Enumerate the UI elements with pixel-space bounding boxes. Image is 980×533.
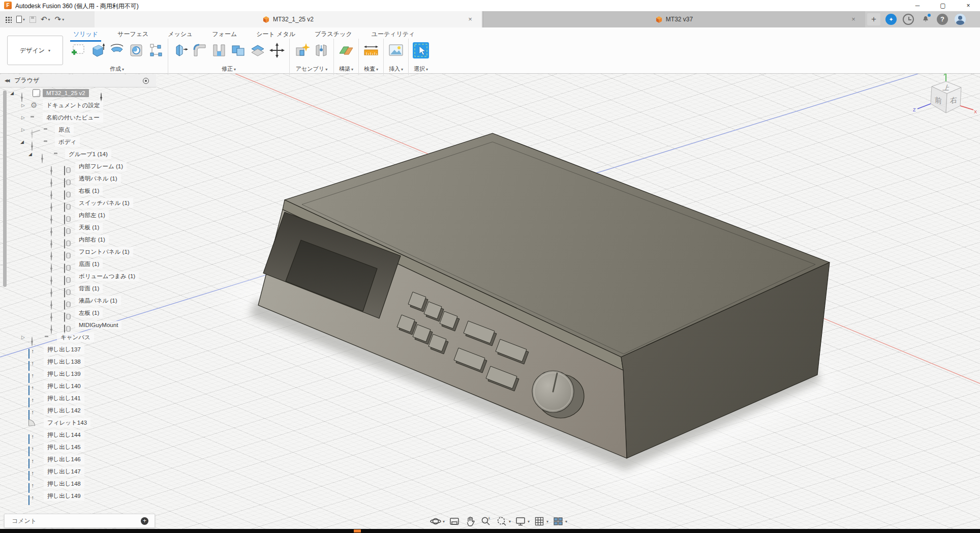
notifications-icon[interactable] (920, 14, 931, 25)
collapse-panel-icon[interactable]: ◀◀ (5, 78, 9, 83)
fillet-icon[interactable] (28, 420, 35, 426)
group-construct-label[interactable]: 構築 (339, 65, 353, 73)
tree-item-label[interactable]: グループ1 (14) (65, 150, 111, 159)
tree-item-label[interactable]: 底面 (1) (75, 259, 103, 269)
tree-item-label[interactable]: 押し出し147 (44, 467, 84, 477)
tree-item-label[interactable]: 押し出し140 (44, 381, 84, 391)
tree-row[interactable]: 押し出し142 (0, 404, 156, 417)
tree-row[interactable]: 押し出し141 (0, 392, 156, 404)
zoom-button[interactable]: ± (480, 515, 492, 527)
group-inspect-label[interactable]: 検査 (364, 65, 378, 73)
expand-closed-icon[interactable] (21, 335, 25, 340)
tree-item-label[interactable]: 押し出し141 (44, 394, 84, 403)
group-insert-label[interactable]: 挿入 (389, 65, 403, 73)
extensions-icon[interactable]: ✦ (885, 14, 897, 25)
tree-item-label[interactable]: 内部フレーム (1) (75, 162, 127, 171)
expand-closed-icon[interactable] (21, 115, 25, 120)
tree-item-label[interactable]: MIDIGuyMount (75, 321, 121, 329)
tree-row[interactable]: キャンバス (0, 331, 156, 343)
tree-row[interactable]: 押し出し149 (0, 490, 156, 502)
tree-row[interactable]: スイッチパネル (1) (0, 197, 156, 209)
help-icon[interactable]: ? (937, 14, 948, 25)
tree-item-label[interactable]: 液晶パネル (1) (75, 296, 121, 306)
group-create-label[interactable]: 作成 (110, 65, 124, 73)
file-menu-icon[interactable]: ▾ (16, 16, 25, 23)
group-modify-label[interactable]: 修正 (222, 65, 236, 73)
tree-item-label[interactable]: 押し出し139 (44, 369, 84, 379)
tree-row[interactable]: 左板 (1) (0, 307, 156, 319)
tree-item-label[interactable]: 名前の付いたビュー (43, 113, 103, 123)
tree-row[interactable]: 押し出し147 (0, 465, 156, 478)
tree-row[interactable]: ボディ (0, 136, 156, 148)
tree-row[interactable]: 内部フレーム (1) (0, 160, 156, 172)
tree-row[interactable]: 押し出し140 (0, 380, 156, 392)
tree-item-label[interactable]: 内部右 (1) (75, 235, 109, 245)
measure-icon[interactable] (363, 42, 379, 58)
expand-open-icon[interactable] (20, 140, 24, 144)
tree-item-label[interactable]: 天板 (1) (75, 223, 103, 232)
offset-face-icon[interactable] (250, 42, 266, 58)
tree-item-label[interactable]: 押し出し144 (44, 430, 84, 440)
tree-item-label[interactable]: 押し出し146 (44, 455, 84, 464)
new-tab-button[interactable]: + (867, 13, 880, 25)
tree-row[interactable]: 押し出し139 (0, 368, 156, 380)
tree-item-label[interactable]: フィレット143 (44, 418, 90, 428)
tree-item-label[interactable]: フロントパネル (1) (75, 247, 133, 257)
fillet-icon[interactable] (192, 42, 208, 58)
tree-item-label[interactable]: 透明パネル (1) (75, 174, 121, 184)
tree-item-label[interactable]: 原点 (55, 125, 74, 135)
tree-row[interactable]: 名前の付いたビュー (0, 111, 156, 124)
browser-header[interactable]: ◀◀ ブラウザ (0, 74, 156, 87)
tree-item-label[interactable]: キャンバス (57, 333, 94, 342)
tree-item-label[interactable]: 背面 (1) (75, 284, 103, 293)
close-button[interactable]: × (957, 0, 980, 11)
tree-item-label[interactable]: 押し出し149 (44, 491, 84, 501)
app-grid-menu-icon[interactable] (5, 16, 12, 23)
revolve-icon[interactable] (109, 42, 125, 58)
gear-icon[interactable] (30, 101, 37, 110)
tree-item-label[interactable]: スイッチパネル (1) (75, 198, 133, 208)
tree-row[interactable]: 右板 (1) (0, 185, 156, 197)
tree-row[interactable]: 内部左 (1) (0, 209, 156, 221)
extrude-icon[interactable] (28, 495, 29, 505)
tree-row[interactable]: 押し出し144 (0, 429, 156, 441)
move-icon[interactable] (269, 42, 285, 58)
combine-icon[interactable] (230, 42, 247, 58)
tree-row[interactable]: フロントパネル (1) (0, 246, 156, 258)
tree-row[interactable]: ドキュメントの設定 (0, 99, 156, 111)
tree-row[interactable]: 押し出し145 (0, 441, 156, 453)
expand-open-icon[interactable] (28, 152, 32, 157)
tree-row[interactable]: 押し出し146 (0, 453, 156, 465)
tree-item-label[interactable]: 押し出し137 (44, 345, 84, 354)
tab-document-active[interactable]: MT32_1_25 v2 × (95, 11, 482, 27)
select-tool-icon[interactable] (413, 42, 429, 58)
tree-item-label[interactable]: 左板 (1) (75, 308, 103, 318)
tree-row[interactable]: 液晶パネル (1) (0, 294, 156, 307)
tree-item-label[interactable]: ボリュームつまみ (1) (75, 272, 139, 281)
tree-item-label[interactable]: MT32_1_25 v2 (43, 89, 89, 97)
tree-item-label[interactable]: ドキュメントの設定 (43, 101, 103, 110)
press-pull-icon[interactable] (172, 42, 189, 58)
tree-item-label[interactable]: 押し出し142 (44, 406, 84, 416)
create-sketch-icon[interactable] (70, 42, 86, 58)
tree-row[interactable]: 押し出し138 (0, 356, 156, 368)
tab-close-icon[interactable]: × (849, 15, 858, 24)
expand-closed-icon[interactable] (21, 103, 25, 108)
tree-row[interactable]: 内部右 (1) (0, 233, 156, 246)
tree-item-label[interactable]: 押し出し148 (44, 479, 84, 489)
tree-item-label[interactable]: ボディ (55, 137, 80, 147)
add-comment-icon[interactable]: + (141, 517, 148, 525)
tree-row[interactable]: グループ1 (14) (0, 148, 156, 160)
tree-row[interactable]: 押し出し148 (0, 478, 156, 490)
sketch-dimension-icon[interactable] (147, 42, 164, 58)
shell-icon[interactable] (211, 42, 227, 58)
minimize-button[interactable]: ─ (906, 0, 929, 11)
grid-settings-button[interactable]: ▾ (533, 515, 548, 527)
tree-item-label[interactable]: 押し出し138 (44, 357, 84, 367)
tab-document-inactive[interactable]: MT32 v37 × (483, 11, 865, 27)
tree-row[interactable]: MIDIGuyMount (0, 319, 156, 331)
insert-image-icon[interactable] (388, 42, 404, 58)
tab-close-icon[interactable]: × (466, 15, 475, 24)
extrude-icon[interactable] (89, 42, 106, 58)
tree-item-label[interactable]: 右板 (1) (75, 186, 103, 196)
